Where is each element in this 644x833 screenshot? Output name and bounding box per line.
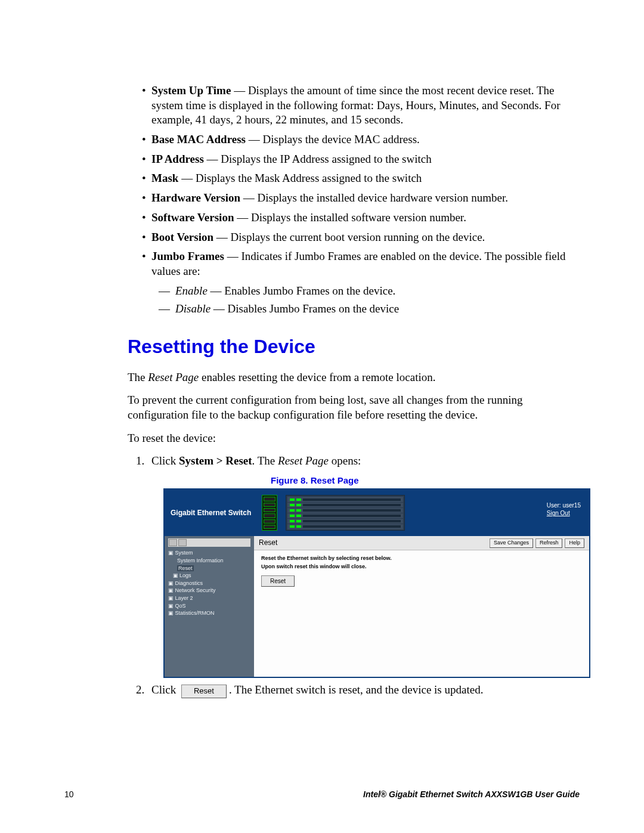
list-item: Hardware Version — Displays the installe… bbox=[151, 191, 580, 206]
reset-msg-1: Reset the Ethernet switch by selecting r… bbox=[261, 555, 582, 562]
paragraph: To reset the device: bbox=[128, 431, 580, 446]
desc: — Displays the device MAC address. bbox=[246, 133, 420, 145]
list-item: Software Version — Displays the installe… bbox=[151, 210, 580, 225]
steps-list-cont: 2. Click Reset. The Ethernet switch is r… bbox=[128, 683, 580, 698]
product-title: Gigabit Ethernet Switch bbox=[171, 509, 251, 518]
term: Jumbo Frames bbox=[151, 250, 224, 262]
sub-desc: — Disables Jumbo Frames on the device bbox=[210, 302, 399, 315]
port-panel-icon bbox=[262, 495, 277, 531]
paragraph: To prevent the current configuration fro… bbox=[128, 393, 580, 422]
sub-term: Disable bbox=[175, 302, 210, 315]
term: Hardware Version bbox=[151, 191, 240, 204]
user-info: User: user15 Sign Out bbox=[547, 501, 581, 517]
list-item: System Up Time — Displays the amount of … bbox=[151, 83, 580, 128]
sub-item: Enable — Enables Jumbo Frames on the dev… bbox=[175, 284, 580, 299]
sidebar-toolbar bbox=[168, 538, 250, 547]
nav-tree[interactable]: ▣ System System Information Reset ▣ Logs… bbox=[168, 549, 250, 617]
document-title: Intel® Gigabit Ethernet Switch AXXSW1GB … bbox=[363, 789, 580, 800]
term: IP Address bbox=[151, 153, 204, 165]
definition-list: System Up Time — Displays the amount of … bbox=[128, 83, 580, 317]
term: Software Version bbox=[151, 211, 234, 224]
page-footer: 10 Intel® Gigabit Ethernet Switch AXXSW1… bbox=[64, 789, 580, 800]
step: 2. Click Reset. The Ethernet switch is r… bbox=[151, 683, 580, 698]
term: Base MAC Address bbox=[151, 133, 246, 145]
reset-page-screenshot: Gigabit Ethernet Switch User: user15 Sig… bbox=[163, 488, 590, 678]
help-button[interactable]: Help bbox=[565, 538, 584, 548]
desc: — Displays the IP Address assigned to th… bbox=[204, 153, 432, 165]
figure-caption: Figure 8. Reset Page bbox=[271, 475, 580, 487]
step: 1. Click System > Reset. The Reset Page … bbox=[151, 454, 580, 469]
page-number: 10 bbox=[64, 789, 74, 800]
desc: — Displays the installed device hardware… bbox=[240, 191, 508, 204]
term: System Up Time bbox=[151, 84, 231, 97]
term: Boot Version bbox=[151, 231, 213, 243]
refresh-button[interactable]: Refresh bbox=[535, 538, 563, 548]
reset-button-inline[interactable]: Reset bbox=[181, 685, 227, 698]
sub-desc: — Enables Jumbo Frames on the device. bbox=[208, 284, 396, 297]
panel-header: Reset Save Changes Refresh Help bbox=[254, 536, 589, 550]
user-label: User: user15 bbox=[547, 501, 581, 509]
list-item: IP Address — Displays the IP Address ass… bbox=[151, 152, 580, 167]
rack-graphic bbox=[286, 495, 405, 531]
list-item: Base MAC Address — Displays the device M… bbox=[151, 132, 580, 147]
term: Mask bbox=[151, 172, 178, 184]
reset-msg-2: Upon switch reset this window will close… bbox=[261, 563, 582, 571]
panel-content: Reset the Ethernet switch by selecting r… bbox=[254, 550, 589, 591]
reset-button[interactable]: Reset bbox=[261, 575, 295, 587]
main-panel: Reset Save Changes Refresh Help Reset th… bbox=[254, 536, 589, 677]
desc: — Displays the installed software versio… bbox=[234, 211, 466, 224]
section-heading: Resetting the Device bbox=[128, 335, 580, 360]
list-item: Mask — Displays the Mask Address assigne… bbox=[151, 171, 580, 186]
desc: — Displays the Mask Address assigned to … bbox=[178, 172, 422, 184]
desc: — Displays the current boot version runn… bbox=[213, 231, 485, 243]
sidebar: ▣ System System Information Reset ▣ Logs… bbox=[165, 536, 254, 677]
paragraph: The Reset Page enables resetting the dev… bbox=[128, 370, 580, 385]
list-item: Jumbo Frames — Indicates if Jumbo Frames… bbox=[151, 249, 580, 317]
sub-item: Disable — Disables Jumbo Frames on the d… bbox=[175, 302, 580, 317]
sign-out-link[interactable]: Sign Out bbox=[547, 509, 581, 517]
save-changes-button[interactable]: Save Changes bbox=[490, 538, 533, 548]
steps-list: 1. Click System > Reset. The Reset Page … bbox=[128, 454, 580, 469]
panel-title: Reset bbox=[259, 538, 277, 548]
list-item: Boot Version — Displays the current boot… bbox=[151, 230, 580, 245]
sub-term: Enable bbox=[175, 284, 208, 297]
sub-list: Enable — Enables Jumbo Frames on the dev… bbox=[151, 284, 580, 317]
screenshot-header: Gigabit Ethernet Switch User: user15 Sig… bbox=[165, 490, 589, 536]
